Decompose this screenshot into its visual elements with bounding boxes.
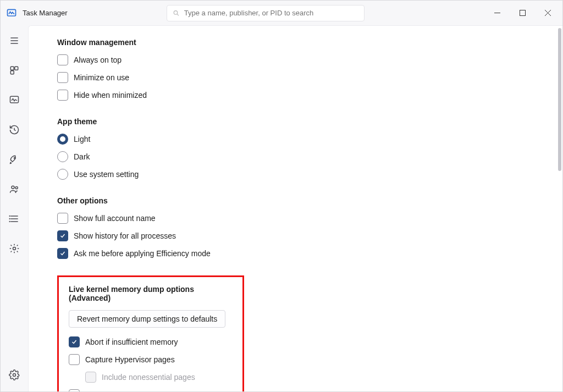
label-theme-dark: Dark [74, 152, 90, 161]
checkbox-ask-efficiency[interactable] [57, 248, 68, 259]
settings-icon[interactable] [3, 365, 25, 385]
label-ask-efficiency: Ask me before applying Efficiency mode [74, 249, 211, 258]
sidebar [1, 25, 28, 391]
section-title-window-management: Window management [57, 38, 546, 47]
search-box[interactable] [167, 5, 365, 21]
search-icon [173, 9, 180, 17]
svg-rect-4 [14, 67, 18, 70]
radio-theme-light[interactable] [57, 134, 68, 145]
label-minimize-on-use: Minimize on use [74, 73, 129, 82]
checkbox-capture-hypervisor[interactable] [69, 354, 80, 365]
checkbox-minimize-on-use[interactable] [57, 72, 68, 83]
svg-point-14 [13, 374, 15, 377]
svg-point-9 [15, 186, 18, 189]
svg-rect-2 [520, 10, 525, 16]
label-capture-hypervisor: Capture Hypervisor pages [85, 355, 175, 364]
checkbox-include-nonessential [85, 372, 96, 383]
svg-rect-5 [10, 71, 14, 74]
scrollbar-thumb[interactable] [558, 28, 561, 171]
radio-theme-system[interactable] [57, 169, 68, 180]
settings-content: Window management Always on top Minimize… [28, 25, 562, 391]
svg-point-11 [9, 219, 10, 219]
checkbox-show-history[interactable] [57, 230, 68, 241]
services-icon[interactable] [3, 239, 25, 258]
search-input[interactable] [184, 9, 358, 17]
users-icon[interactable] [3, 179, 25, 199]
label-show-history: Show history for all processes [74, 231, 176, 240]
highlight-box: Live kernel memory dump options (Advance… [57, 275, 244, 391]
svg-point-1 [174, 10, 178, 14]
svg-rect-0 [8, 9, 16, 16]
label-hide-when-minimized: Hide when minimized [74, 91, 147, 100]
svg-point-10 [9, 216, 10, 217]
svg-rect-6 [10, 96, 18, 103]
checkbox-always-on-top[interactable] [57, 54, 68, 65]
label-always-on-top: Always on top [74, 56, 122, 64]
section-title-dump-options: Live kernel memory dump options (Advance… [69, 285, 233, 302]
label-full-account: Show full account name [74, 214, 156, 223]
checkbox-capture-user-pages[interactable] [69, 389, 80, 391]
section-title-other-options: Other options [57, 196, 546, 205]
label-abort-insufficient: Abort if insufficient memory [85, 338, 178, 346]
processes-icon[interactable] [3, 60, 25, 80]
checkbox-full-account[interactable] [57, 213, 68, 224]
checkbox-hide-when-minimized[interactable] [57, 90, 68, 101]
svg-point-7 [14, 157, 15, 159]
close-button[interactable] [535, 4, 560, 22]
titlebar: Task Manager [1, 1, 562, 25]
history-icon[interactable] [3, 120, 25, 140]
minimize-button[interactable] [484, 4, 510, 22]
checkbox-abort-insufficient[interactable] [69, 336, 80, 347]
performance-icon[interactable] [3, 90, 25, 110]
app-title: Task Manager [23, 9, 68, 17]
svg-rect-3 [10, 67, 14, 70]
svg-point-13 [13, 247, 15, 250]
startup-icon[interactable] [3, 150, 25, 169]
label-include-nonessential: Include nonessential pages [102, 373, 195, 382]
task-manager-window: Task Manager [0, 0, 563, 392]
label-theme-system: Use system setting [74, 170, 139, 179]
details-icon[interactable] [3, 209, 25, 229]
hamburger-icon[interactable] [3, 31, 25, 51]
section-title-app-theme: App theme [57, 117, 546, 126]
svg-point-8 [12, 186, 14, 189]
label-capture-user-pages: Capture user pages [85, 390, 153, 391]
revert-defaults-button[interactable]: Revert memory dump settings to defaults [69, 310, 225, 328]
scrollbar[interactable] [558, 28, 561, 389]
maximize-button[interactable] [510, 4, 535, 22]
radio-theme-dark[interactable] [57, 151, 68, 162]
svg-point-12 [9, 222, 10, 222]
label-theme-light: Light [74, 135, 90, 143]
app-icon [6, 8, 17, 19]
